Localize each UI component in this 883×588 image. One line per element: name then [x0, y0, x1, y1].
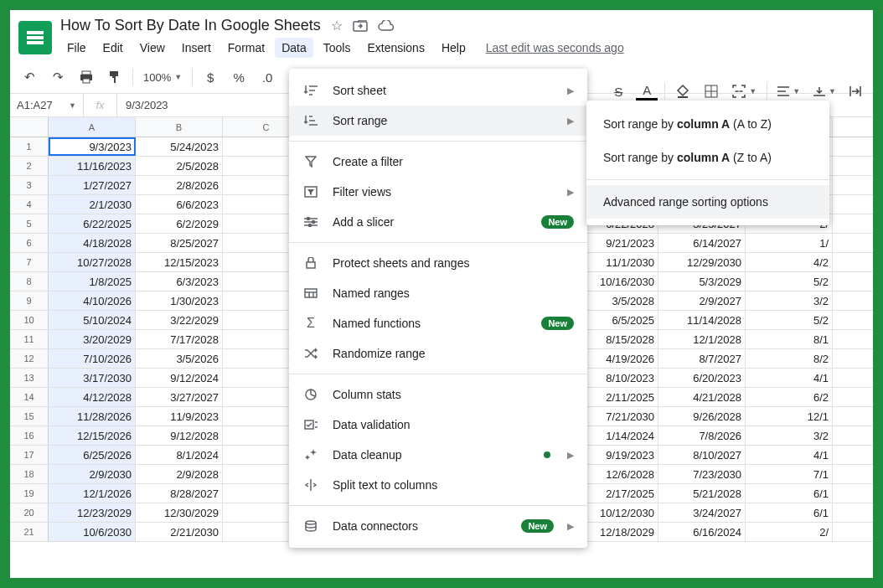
fill-color-button[interactable]: [672, 80, 694, 102]
cell[interactable]: 7/17/2028: [136, 330, 223, 348]
cell[interactable]: 3/17/2030: [49, 369, 136, 387]
cell[interactable]: 2/1/2030: [49, 195, 136, 214]
row-header[interactable]: 16: [10, 426, 49, 445]
menu-extensions[interactable]: Extensions: [360, 38, 431, 58]
cell[interactable]: 5/3/2029: [658, 272, 746, 291]
menu-insert[interactable]: Insert: [175, 38, 218, 58]
zoom-select[interactable]: 100%▼: [140, 71, 185, 84]
cell[interactable]: 4/1: [746, 446, 833, 464]
menu-data[interactable]: Data: [275, 38, 313, 58]
star-icon[interactable]: ☆: [331, 18, 343, 34]
menu-create-filter[interactable]: Create a filter: [289, 147, 587, 177]
cell[interactable]: 4/21/2028: [658, 388, 746, 406]
cell[interactable]: 6/20/2023: [658, 369, 746, 387]
cell[interactable]: 4/18/2028: [49, 234, 136, 252]
text-color-button[interactable]: A: [636, 82, 658, 101]
row-header[interactable]: 11: [10, 330, 49, 348]
cell[interactable]: 12/23/2029: [49, 503, 136, 522]
cell[interactable]: 12/1/2028: [658, 330, 746, 348]
cell[interactable]: 6/1: [746, 484, 833, 503]
valign-button[interactable]: ▼: [810, 86, 839, 96]
cell[interactable]: 9/12/2028: [136, 426, 223, 445]
row-header[interactable]: 13: [10, 369, 49, 387]
paint-format-button[interactable]: [104, 66, 126, 88]
row-header[interactable]: 10: [10, 311, 49, 329]
halign-button[interactable]: ▼: [774, 86, 803, 96]
cell[interactable]: 3/20/2029: [49, 330, 136, 348]
col-header-B[interactable]: B: [136, 117, 223, 137]
row-header[interactable]: 9: [10, 291, 49, 310]
cell[interactable]: 3/22/2029: [136, 311, 223, 329]
cell[interactable]: 8/7/2027: [658, 349, 746, 368]
submenu-sort-az[interactable]: Sort range by column A (A to Z): [586, 107, 829, 141]
cell[interactable]: 12/30/2029: [136, 503, 223, 522]
cell[interactable]: 3/5/2026: [136, 349, 223, 368]
cell[interactable]: 3/2: [746, 426, 833, 445]
cell[interactable]: 8/10/2027: [658, 446, 746, 464]
cell[interactable]: 2/: [746, 523, 833, 541]
currency-button[interactable]: $: [199, 66, 221, 88]
row-header[interactable]: 8: [10, 272, 49, 291]
menu-named-functions[interactable]: Σ Named functions New: [289, 308, 587, 338]
cell[interactable]: 8/1: [746, 330, 833, 348]
row-header[interactable]: 6: [10, 234, 49, 252]
menu-data-validation[interactable]: Data validation: [289, 410, 587, 440]
cell[interactable]: 6/2/2029: [136, 214, 223, 233]
cell[interactable]: 6/3/2023: [136, 272, 223, 291]
cell[interactable]: 1/8/2025: [49, 272, 136, 291]
row-header[interactable]: 7: [10, 253, 49, 271]
row-header[interactable]: 4: [10, 195, 49, 214]
menu-filter-views[interactable]: Filter views ▶: [289, 177, 587, 207]
cell[interactable]: 4/10/2026: [49, 291, 136, 310]
merge-button[interactable]: ▼: [729, 85, 760, 98]
strikethrough-button[interactable]: S: [607, 80, 629, 102]
menu-protect[interactable]: Protect sheets and ranges: [289, 248, 587, 278]
cell[interactable]: 7/10/2026: [49, 349, 136, 368]
select-all-corner[interactable]: [10, 117, 49, 137]
cell[interactable]: 2/9/2027: [658, 291, 746, 310]
cell[interactable]: 3/27/2027: [136, 388, 223, 406]
row-header[interactable]: 5: [10, 214, 49, 233]
cell[interactable]: 2/8/2026: [136, 176, 223, 194]
cell[interactable]: 7/23/2030: [658, 465, 746, 483]
cell[interactable]: 7/1: [746, 465, 833, 483]
cell[interactable]: 11/28/2026: [49, 407, 136, 426]
redo-button[interactable]: ↷: [47, 66, 69, 88]
cell[interactable]: 1/: [746, 234, 833, 252]
submenu-advanced-sort[interactable]: Advanced range sorting options: [586, 185, 829, 219]
menu-edit[interactable]: Edit: [96, 38, 130, 58]
cell[interactable]: 6/2: [746, 388, 833, 406]
row-header[interactable]: 3: [10, 176, 49, 194]
cell[interactable]: 3/2: [746, 291, 833, 310]
cell[interactable]: 8/25/2027: [136, 234, 223, 252]
cell[interactable]: 9/3/2023: [49, 137, 136, 156]
submenu-sort-za[interactable]: Sort range by column A (Z to A): [586, 141, 829, 174]
menu-data-cleanup[interactable]: Data cleanup ▶: [289, 440, 587, 470]
cell[interactable]: 4/2: [746, 253, 833, 271]
cell[interactable]: 10/27/2028: [49, 253, 136, 271]
menu-split-text[interactable]: Split text to columns: [289, 470, 587, 500]
cell[interactable]: 12/1: [746, 407, 833, 426]
cell[interactable]: 9/26/2028: [658, 407, 746, 426]
row-header[interactable]: 17: [10, 446, 49, 464]
last-edit-link[interactable]: Last edit was seconds ago: [479, 38, 631, 58]
row-header[interactable]: 20: [10, 503, 49, 522]
cell[interactable]: 6/16/2024: [658, 523, 746, 541]
menu-format[interactable]: Format: [221, 38, 271, 58]
cell[interactable]: 11/16/2023: [49, 157, 136, 175]
cell[interactable]: 11/9/2023: [136, 407, 223, 426]
borders-button[interactable]: [700, 80, 722, 102]
cell[interactable]: 12/1/2026: [49, 484, 136, 503]
menu-tools[interactable]: Tools: [317, 38, 358, 58]
cell[interactable]: 5/2: [746, 311, 833, 329]
row-header[interactable]: 2: [10, 157, 49, 175]
menu-data-connectors[interactable]: Data connectors New ▶: [289, 511, 587, 541]
row-header[interactable]: 12: [10, 349, 49, 368]
menu-randomize[interactable]: Randomize range: [289, 338, 587, 369]
doc-title[interactable]: How To Sort By Date In Google Sheets: [60, 17, 321, 34]
cell[interactable]: 12/29/2030: [658, 253, 746, 271]
cell[interactable]: 6/14/2027: [658, 234, 746, 252]
wrap-button[interactable]: [846, 86, 865, 96]
menu-help[interactable]: Help: [435, 38, 472, 58]
cell[interactable]: 8/28/2027: [136, 484, 223, 503]
